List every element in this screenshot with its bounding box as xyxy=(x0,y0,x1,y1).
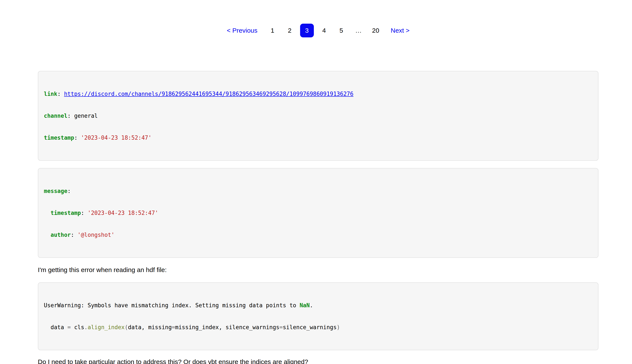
code-line-author: author: '@longshot' xyxy=(44,231,592,238)
code-block-message-meta: link: https://discord.com/channels/91862… xyxy=(38,71,598,161)
warning-text: UserWarning: Symbols have mismatching in… xyxy=(44,302,300,308)
page-container: < Previous 1 2 3 4 5 … 20 Next > link: h… xyxy=(38,0,598,364)
previous-page-link[interactable]: < Previous xyxy=(227,27,258,34)
code-token: data xyxy=(51,324,67,330)
separator: : xyxy=(81,210,88,216)
yaml-key-channel: channel xyxy=(44,112,68,119)
operator-dot: . xyxy=(84,324,88,330)
operator-equals: = xyxy=(68,324,71,330)
function-name-align-index: align_index xyxy=(88,324,125,330)
page-slot: 20 xyxy=(367,27,384,34)
open-paren: ( xyxy=(125,324,128,330)
page-link-20[interactable]: 20 xyxy=(372,27,379,34)
discord-message-link[interactable]: https://discord.com/channels/91862956244… xyxy=(64,91,353,97)
code-token: data, missing xyxy=(128,324,172,330)
page-slot: 4 xyxy=(316,27,333,34)
separator: : xyxy=(74,134,81,141)
yaml-key-timestamp: timestamp xyxy=(51,210,81,216)
page-slot: 5 xyxy=(333,27,350,34)
operator-equals: = xyxy=(279,324,283,330)
code-line-link: link: https://discord.com/channels/91862… xyxy=(44,90,592,98)
separator: : xyxy=(57,91,64,97)
separator: : xyxy=(68,112,74,119)
page-slot: 2 xyxy=(281,27,298,34)
code-line-channel: channel: general xyxy=(44,112,592,120)
yaml-key-author: author xyxy=(51,232,71,238)
pagination-top: < Previous 1 2 3 4 5 … 20 Next > xyxy=(38,24,598,38)
close-paren: ) xyxy=(337,324,340,330)
code-line-userwarning: UserWarning: Symbols have mismatching in… xyxy=(44,302,592,309)
nan-keyword: NaN xyxy=(300,302,310,308)
author-value: '@longshot' xyxy=(78,232,115,238)
page-slot: 1 xyxy=(264,27,281,34)
code-line-message: message: xyxy=(44,187,592,195)
operator-equals: = xyxy=(172,324,175,330)
page-link-1[interactable]: 1 xyxy=(271,27,274,34)
timestamp-value: '2023-04-23 18:52:47' xyxy=(81,134,152,141)
page-link-5[interactable]: 5 xyxy=(339,27,343,34)
code-line-timestamp: timestamp: '2023-04-23 18:52:47' xyxy=(44,134,592,142)
page-slot: … xyxy=(350,27,367,34)
next-page-link[interactable]: Next > xyxy=(391,27,410,34)
code-token: silence_warnings xyxy=(283,324,336,330)
yaml-key-timestamp: timestamp xyxy=(44,134,74,141)
message-text-paragraph-1: I'm getting this error when reading an h… xyxy=(38,266,598,274)
page-slot: 3 xyxy=(298,24,316,38)
colon: : xyxy=(68,188,71,194)
code-line-message-timestamp: timestamp: '2023-04-23 18:52:47' xyxy=(44,209,592,216)
yaml-key-message: message xyxy=(44,188,68,194)
warning-period: . xyxy=(310,302,313,308)
channel-value: general xyxy=(74,112,98,119)
code-block-message: message: timestamp: '2023-04-23 18:52:47… xyxy=(38,168,598,258)
yaml-key-link: link xyxy=(44,91,57,97)
message-timestamp-value: '2023-04-23 18:52:47' xyxy=(88,210,158,216)
current-page-button[interactable]: 3 xyxy=(300,24,314,38)
code-line-align-index: data = cls.align_index(data, missing=mis… xyxy=(44,324,592,331)
separator: : xyxy=(71,232,77,238)
message-text-paragraph-2: Do I need to take particular action to a… xyxy=(38,358,598,364)
page-link-2[interactable]: 2 xyxy=(288,27,292,34)
code-token: cls xyxy=(71,324,84,330)
code-block-warning: UserWarning: Symbols have mismatching in… xyxy=(38,282,598,350)
code-token: missing_index, silence_warnings xyxy=(175,324,279,330)
pagination-ellipsis: … xyxy=(355,27,362,34)
page-link-4[interactable]: 4 xyxy=(322,27,326,34)
